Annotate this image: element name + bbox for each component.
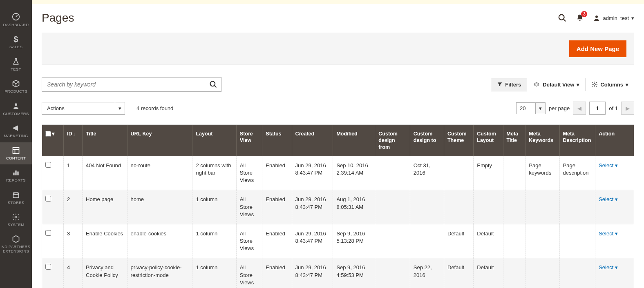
col-custom-theme[interactable]: Custom Theme: [444, 125, 473, 156]
select-all-checkbox[interactable]: [45, 131, 51, 137]
cell-meta-description: [559, 258, 595, 288]
cell-created: Jun 29, 2016 8:43:47 PM: [292, 258, 333, 288]
chevron-down-icon: ▾: [631, 15, 634, 21]
sidebar-item-reports[interactable]: REPORTS: [0, 164, 32, 186]
table-row[interactable]: 4 Privacy and Cookie Policy privacy-poli…: [42, 258, 634, 288]
flask-icon: [12, 58, 20, 66]
next-page-button[interactable]: ▶: [621, 102, 634, 115]
cell-custom-theme: [444, 190, 473, 224]
cell-status: Enabled: [262, 190, 292, 224]
columns-button[interactable]: Columns ▾: [586, 78, 634, 91]
col-title[interactable]: Title: [83, 125, 127, 156]
row-checkbox[interactable]: [45, 162, 51, 168]
prev-page-button[interactable]: ◀: [573, 102, 586, 115]
chevron-down-icon[interactable]: ▾: [52, 131, 55, 137]
sidebar-item-content[interactable]: CONTENT: [0, 142, 32, 164]
current-page-input[interactable]: [589, 102, 606, 115]
actions-dropdown[interactable]: Actions ▾: [42, 102, 125, 115]
svg-rect-4: [15, 171, 16, 175]
col-custom-design-from[interactable]: Custom design from: [375, 125, 410, 156]
sidebar-item-products[interactable]: PRODUCTS: [0, 75, 32, 97]
table-row[interactable]: 2 Home page home 1 column All Store View…: [42, 190, 634, 224]
per-page-value[interactable]: 20: [516, 102, 536, 114]
cell-custom-layout: [474, 190, 503, 224]
sidebar-item-test[interactable]: TEST: [0, 53, 32, 75]
cell-title: Privacy and Cookie Policy: [83, 258, 127, 288]
add-new-page-button[interactable]: Add New Page: [569, 40, 626, 57]
per-page-label: per page: [549, 105, 570, 111]
sidebar-label: CONTENT: [6, 156, 26, 160]
col-id[interactable]: ID↓: [64, 125, 83, 156]
per-page-dropdown[interactable]: ▾: [536, 102, 546, 114]
cell-custom-theme: Default: [444, 224, 473, 258]
sidebar-label: ND PARTNERS EXTENSIONS: [1, 245, 31, 253]
col-meta-description[interactable]: Meta Description: [559, 125, 595, 156]
svg-point-7: [559, 15, 564, 20]
col-url-key[interactable]: URL Key: [127, 125, 192, 156]
col-layout[interactable]: Layout: [192, 125, 236, 156]
page-title: Pages: [42, 11, 74, 24]
puzzle-icon: [12, 235, 20, 243]
chevron-down-icon[interactable]: ▾: [115, 102, 125, 115]
sidebar-item-marketing[interactable]: MARKETING: [0, 120, 32, 142]
sidebar-item-sales[interactable]: $ SALES: [0, 31, 32, 53]
table-row[interactable]: 3 Enable Cookies enable-cookies 1 column…: [42, 224, 634, 258]
cell-store-view: All Store Views: [236, 156, 262, 190]
search-input[interactable]: [42, 77, 221, 92]
table-header: ▾ ID↓ Title URL Key Layout Store View St…: [42, 125, 634, 156]
col-custom-design-to[interactable]: Custom design to: [410, 125, 444, 156]
select-action[interactable]: Select ▾: [599, 230, 631, 237]
col-action[interactable]: Action: [595, 125, 634, 156]
col-meta-keywords[interactable]: Meta Keywords: [525, 125, 559, 156]
sidebar: DASHBOARD $ SALES TEST PRODUCTS CUSTOMER…: [0, 0, 32, 288]
actions-label: Actions: [42, 102, 115, 115]
cell-layout: 1 column: [192, 224, 236, 258]
user-menu[interactable]: admin_test ▾: [593, 14, 634, 22]
sidebar-item-dashboard[interactable]: DASHBOARD: [0, 8, 32, 31]
cell-url-key: no-route: [127, 156, 192, 190]
svg-point-11: [594, 84, 595, 85]
notifications-button[interactable]: 3: [576, 13, 584, 22]
chevron-down-icon: ▾: [615, 162, 618, 169]
default-view-button[interactable]: Default View ▾: [527, 78, 586, 91]
cell-action: Select ▾: [595, 258, 634, 288]
cell-custom-theme: Default: [444, 258, 473, 288]
col-custom-layout[interactable]: Custom Layout: [474, 125, 503, 156]
cell-meta-title: [503, 156, 525, 190]
search-icon[interactable]: [209, 80, 217, 89]
sidebar-label: CUSTOMERS: [3, 112, 29, 116]
sidebar-item-partners[interactable]: ND PARTNERS EXTENSIONS: [0, 231, 32, 257]
sidebar-item-stores[interactable]: STORES: [0, 187, 32, 209]
notice-bar: [32, 0, 644, 4]
cell-checkbox: [42, 156, 64, 190]
toolbar-right: Filters Default View ▾ Columns ▾: [491, 78, 634, 91]
select-action[interactable]: Select ▾: [599, 162, 631, 169]
row-checkbox[interactable]: [45, 196, 51, 202]
cell-url-key: enable-cookies: [127, 224, 192, 258]
page-total: of 1: [609, 105, 618, 111]
col-store-view[interactable]: Store View: [236, 125, 262, 156]
sidebar-item-customers[interactable]: CUSTOMERS: [0, 98, 32, 120]
sidebar-item-system[interactable]: SYSTEM: [0, 209, 32, 231]
filters-button[interactable]: Filters: [491, 78, 527, 91]
layout-icon: [12, 146, 20, 155]
col-checkbox[interactable]: ▾: [42, 125, 64, 156]
select-action[interactable]: Select ▾: [599, 196, 631, 203]
select-action[interactable]: Select ▾: [599, 264, 631, 271]
col-created[interactable]: Created: [292, 125, 333, 156]
cell-meta-description: [559, 224, 595, 258]
sidebar-logo: [0, 0, 32, 8]
row-checkbox[interactable]: [45, 230, 51, 236]
col-status[interactable]: Status: [262, 125, 292, 156]
cell-custom-design-from: [375, 190, 410, 224]
search-toggle[interactable]: [558, 13, 567, 22]
cell-meta-keywords: [525, 190, 559, 224]
table-row[interactable]: 1 404 Not Found no-route 2 columns with …: [42, 156, 634, 190]
row-checkbox[interactable]: [45, 264, 51, 270]
search-icon: [558, 13, 567, 22]
cell-action: Select ▾: [595, 156, 634, 190]
cell-modified: Aug 1, 2016 8:05:31 AM: [333, 190, 375, 224]
col-meta-title[interactable]: Meta Title: [503, 125, 525, 156]
cell-title: 404 Not Found: [83, 156, 127, 190]
col-modified[interactable]: Modified: [333, 125, 375, 156]
